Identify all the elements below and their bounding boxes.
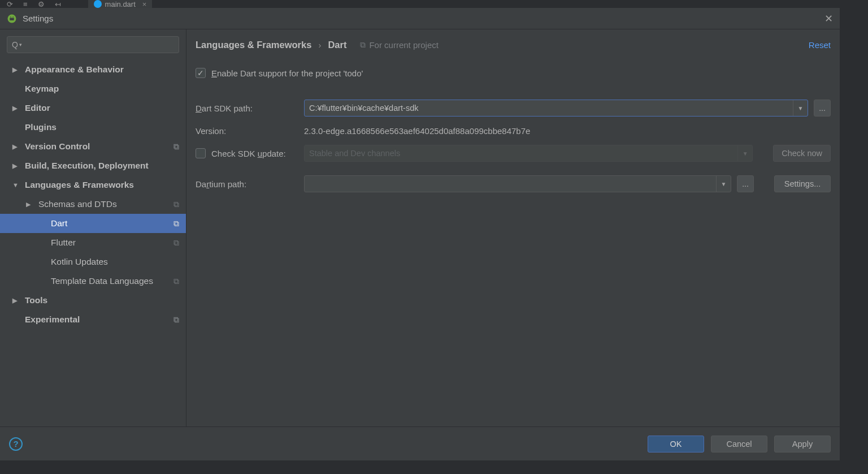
sdk-path-label: Dart SDK path:	[196, 104, 304, 113]
close-dialog-icon[interactable]: ✕	[824, 14, 833, 24]
sidebar-item-label: Template Data Languages	[51, 276, 153, 286]
editor-tab[interactable]: main.dart ×	[88, 0, 153, 8]
version-value: 2.3.0-edge.a1668566e563aef64025d0af88a09…	[304, 126, 530, 136]
sidebar-item-label: Appearance & Behavior	[25, 64, 124, 75]
tab-label: main.dart	[105, 0, 136, 8]
dropdown-caret-icon: ▾	[19, 42, 22, 48]
scope-note: ⧉ For current project	[360, 40, 439, 50]
sidebar-item-appearance-behavior[interactable]: Appearance & Behavior	[0, 60, 186, 79]
sidebar-item-label: Kotlin Updates	[51, 257, 108, 267]
project-scope-icon: ⧉	[360, 40, 366, 50]
version-label: Version:	[196, 126, 304, 136]
dartium-path-text[interactable]	[305, 176, 716, 192]
settings-dialog: Settings ✕ Q ▾ Appearance & BehaviorKeym…	[0, 8, 840, 460]
tree-arrow-icon	[12, 105, 20, 112]
tree-arrow-icon	[12, 143, 20, 150]
project-scope-icon: ⧉	[173, 277, 179, 286]
android-studio-icon	[7, 14, 17, 24]
tree-arrow-icon	[12, 66, 20, 74]
sidebar-item-keymap[interactable]: Keymap	[0, 79, 186, 98]
project-scope-icon: ⧉	[173, 200, 179, 209]
sidebar-item-experimental[interactable]: Experimental⧉	[0, 310, 186, 329]
ok-button[interactable]: OK	[648, 436, 704, 453]
project-scope-icon: ⧉	[173, 219, 179, 229]
dartium-path-dropdown-icon[interactable]: ▼	[716, 176, 731, 192]
sidebar-item-kotlin-updates[interactable]: Kotlin Updates	[0, 252, 186, 272]
dialog-footer: ? OK Cancel Apply	[0, 426, 840, 460]
sidebar-item-tools[interactable]: Tools	[0, 291, 186, 310]
tree-arrow-icon	[12, 162, 20, 170]
check-now-button: Check now	[773, 145, 831, 162]
check-sdk-update-label: Check SDK update:	[211, 149, 286, 158]
enable-dart-checkbox[interactable]	[196, 68, 206, 78]
sdk-path-input[interactable]: ▼	[304, 100, 808, 117]
help-button[interactable]: ?	[9, 437, 23, 451]
apply-button[interactable]: Apply	[774, 436, 831, 453]
svg-point-2	[10, 16, 11, 18]
dartium-settings-button[interactable]: Settings...	[774, 175, 831, 192]
cancel-button[interactable]: Cancel	[711, 436, 767, 453]
svg-rect-1	[10, 18, 14, 20]
close-tab-icon[interactable]: ×	[142, 0, 147, 8]
project-scope-icon: ⧉	[173, 315, 179, 325]
dialog-header: Settings ✕	[0, 8, 840, 29]
sync-icon[interactable]: ⟳	[7, 0, 13, 8]
chevron-right-icon: ›	[318, 40, 321, 50]
sidebar-item-label: Version Control	[25, 141, 90, 152]
project-scope-icon: ⧉	[173, 142, 179, 152]
breadcrumb: Languages & Frameworks › Dart ⧉ For curr…	[196, 40, 831, 50]
search-input[interactable]: Q ▾	[7, 36, 179, 53]
sidebar-item-flutter[interactable]: Flutter⧉	[0, 233, 186, 252]
breadcrumb-group: Languages & Frameworks	[196, 40, 311, 50]
sidebar-item-dart[interactable]: Dart⧉	[0, 214, 186, 233]
sidebar-item-plugins[interactable]: Plugins	[0, 118, 186, 137]
channels-dropdown: ▼	[304, 145, 753, 162]
settings-tree[interactable]: Appearance & BehaviorKeymapEditorPlugins…	[0, 58, 186, 426]
sidebar-item-label: Build, Execution, Deployment	[25, 161, 149, 171]
sdk-path-dropdown-icon[interactable]: ▼	[793, 100, 808, 116]
back-icon[interactable]: ↤	[55, 0, 61, 8]
sdk-path-text[interactable]	[305, 100, 793, 116]
ide-toolbar: ⟳ ≡ ⚙ ↤ main.dart ×	[0, 0, 868, 8]
channels-text	[305, 145, 737, 161]
sidebar-item-editor[interactable]: Editor	[0, 98, 186, 118]
tree-arrow-icon	[12, 182, 20, 188]
stack-icon[interactable]: ≡	[23, 0, 28, 8]
project-scope-icon: ⧉	[173, 238, 179, 248]
channels-dropdown-icon: ▼	[737, 145, 752, 161]
sidebar-item-languages-frameworks[interactable]: Languages & Frameworks	[0, 175, 186, 195]
search-icon: Q	[12, 40, 18, 49]
sidebar-item-label: Plugins	[25, 122, 57, 132]
settings-sidebar: Q ▾ Appearance & BehaviorKeymapEditorPlu…	[0, 29, 186, 426]
browse-sdk-button[interactable]: ...	[814, 100, 831, 117]
enable-dart-label: Enable Dart support for the project 'tod…	[211, 68, 363, 78]
sidebar-item-label: Experimental	[25, 314, 80, 325]
browse-dartium-button[interactable]: ...	[737, 175, 754, 192]
sidebar-item-schemas-and-dtds[interactable]: Schemas and DTDs⧉	[0, 195, 186, 214]
check-sdk-update-checkbox[interactable]	[196, 148, 206, 158]
sidebar-item-label: Languages & Frameworks	[25, 180, 134, 190]
sidebar-item-label: Schemas and DTDs	[38, 199, 117, 209]
settings-content: Languages & Frameworks › Dart ⧉ For curr…	[186, 29, 840, 426]
sidebar-item-label: Keymap	[25, 84, 59, 94]
tree-arrow-icon	[26, 201, 34, 208]
dart-file-icon	[94, 0, 102, 8]
sidebar-item-version-control[interactable]: Version Control⧉	[0, 137, 186, 156]
reset-link[interactable]: Reset	[809, 40, 831, 50]
dartium-path-label: Dartium path:	[196, 179, 304, 189]
sidebar-item-build-execution-deployment[interactable]: Build, Execution, Deployment	[0, 156, 186, 175]
svg-point-3	[13, 16, 14, 18]
tree-arrow-icon	[12, 297, 20, 304]
sidebar-item-label: Tools	[25, 295, 47, 305]
gear-icon[interactable]: ⚙	[38, 0, 45, 8]
sidebar-item-label: Flutter	[51, 238, 76, 248]
sidebar-item-label: Editor	[25, 103, 50, 113]
breadcrumb-page: Dart	[328, 40, 346, 50]
sidebar-item-template-data-languages[interactable]: Template Data Languages⧉	[0, 272, 186, 291]
dialog-title: Settings	[23, 14, 53, 23]
dartium-path-input[interactable]: ▼	[304, 175, 731, 192]
sidebar-item-label: Dart	[51, 218, 67, 229]
